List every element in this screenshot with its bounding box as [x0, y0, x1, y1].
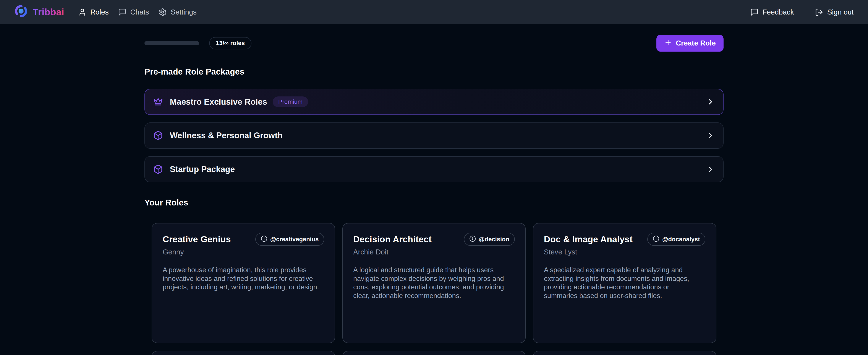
role-handle-badge[interactable]: @docanalyst — [647, 233, 705, 246]
nav-item-chats[interactable]: Chats — [118, 8, 149, 16]
nav-item-settings-label: Settings — [170, 8, 197, 16]
create-role-label: Create Role — [676, 39, 716, 47]
user-icon — [78, 8, 86, 16]
create-role-button[interactable]: Create Role — [656, 35, 723, 52]
package-row-maestro[interactable]: Maestro Exclusive Roles Premium — [145, 89, 723, 115]
role-card-title: Decision Architect — [353, 234, 432, 244]
premade-packages-heading: Pre-made Role Packages — [145, 67, 723, 77]
your-roles-heading: Your Roles — [145, 198, 723, 207]
nav-item-settings[interactable]: Settings — [158, 8, 197, 16]
chevron-right-icon — [706, 131, 715, 140]
role-card-peek[interactable] — [533, 351, 716, 355]
tribbai-logo-icon — [14, 4, 28, 20]
role-handle-badge[interactable]: @decision — [464, 233, 515, 246]
package-row-wellness[interactable]: Wellness & Personal Growth — [145, 122, 723, 148]
package-row-startup[interactable]: Startup Package — [145, 156, 723, 182]
role-handle-text: @decision — [478, 236, 509, 242]
sign-out-button[interactable]: Sign out — [815, 8, 854, 16]
premium-badge: Premium — [273, 96, 308, 107]
chat-bubble-icon — [118, 8, 126, 16]
role-card-peek[interactable] — [342, 351, 526, 355]
role-card-creative-genius[interactable]: Creative Genius @creativegenius Genny A … — [152, 223, 335, 343]
info-icon — [469, 235, 476, 243]
role-card-doc-image-analyst[interactable]: Doc & Image Analyst @docanalyst Steve Ly… — [533, 223, 716, 343]
package-icon — [153, 164, 163, 174]
nav-item-chats-label: Chats — [130, 8, 149, 16]
brand-name: Tribbai — [33, 7, 64, 18]
top-navigation-bar: Tribbai Roles — [0, 0, 868, 24]
crown-icon — [153, 97, 163, 107]
info-icon — [653, 235, 659, 243]
role-card-subtitle: Genny — [163, 248, 324, 256]
roles-cards-grid: Creative Genius @creativegenius Genny A … — [145, 223, 723, 355]
chat-bubble-icon — [750, 8, 758, 16]
roles-toolbar: 13/∞ roles Create Role — [145, 35, 723, 52]
feedback-label: Feedback — [762, 8, 794, 16]
app-viewport: Tribbai Roles — [0, 0, 868, 355]
log-out-icon — [815, 8, 823, 16]
package-icon — [153, 130, 163, 141]
package-list: Maestro Exclusive Roles Premium Wellness… — [145, 89, 723, 182]
sign-out-label: Sign out — [827, 8, 854, 16]
role-handle-text: @docanalyst — [662, 236, 700, 242]
info-icon — [261, 235, 268, 243]
role-card-subtitle: Steve Lyst — [544, 248, 705, 256]
package-name: Startup Package — [170, 165, 235, 174]
nav-item-roles-label: Roles — [90, 8, 109, 16]
gear-icon — [158, 8, 167, 16]
package-name: Maestro Exclusive Roles — [170, 97, 267, 107]
brand-logo-link[interactable]: Tribbai — [14, 4, 64, 20]
role-card-title: Doc & Image Analyst — [544, 234, 632, 244]
role-card-subtitle: Archie Doit — [353, 248, 515, 256]
feedback-button[interactable]: Feedback — [750, 8, 794, 16]
chevron-right-icon — [706, 165, 715, 174]
role-handle-text: @creativegenius — [270, 236, 318, 242]
role-card-peek[interactable] — [152, 351, 335, 355]
role-card-title: Creative Genius — [163, 234, 231, 244]
package-name: Wellness & Personal Growth — [170, 131, 283, 140]
nav-item-roles[interactable]: Roles — [78, 8, 109, 16]
main-content: 13/∞ roles Create Role Pre-made Role Pac… — [145, 35, 723, 355]
role-card-description: A powerhouse of imagination, this role p… — [163, 266, 324, 292]
role-handle-badge[interactable]: @creativegenius — [255, 233, 324, 246]
role-card-description: A specialized expert capable of analyzin… — [544, 266, 705, 300]
plus-icon — [664, 38, 672, 48]
role-card-description: A logical and structured guide that help… — [353, 266, 515, 300]
role-card-decision-architect[interactable]: Decision Architect @decision Archie Doit… — [342, 223, 526, 343]
primary-nav: Roles Chats — [78, 8, 197, 16]
chevron-right-icon — [706, 97, 715, 106]
roles-count-badge: 13/∞ roles — [209, 37, 251, 50]
roles-progress-bar — [145, 41, 199, 45]
